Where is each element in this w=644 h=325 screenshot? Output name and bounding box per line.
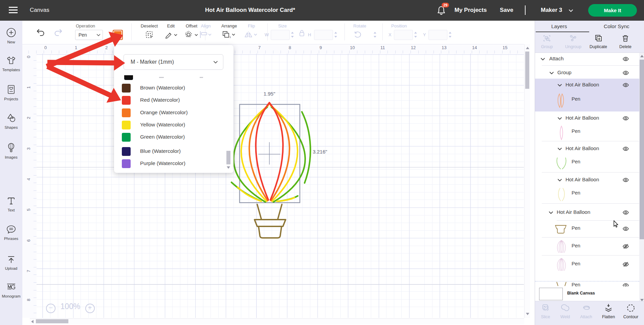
scroll-up-arrow[interactable]: [640, 55, 644, 57]
deselect-button[interactable]: Deselect: [139, 23, 159, 40]
zoom-in-button[interactable]: +: [85, 304, 95, 313]
scroll-left-arrow[interactable]: [31, 320, 34, 323]
scroll-up-arrow[interactable]: [526, 47, 529, 49]
machine-selector[interactable]: Maker 3: [541, 7, 562, 14]
color-option-yellow[interactable]: Yellow (Watercolor): [119, 119, 224, 131]
align-button: Align: [196, 23, 215, 40]
eye-icon[interactable]: [622, 82, 629, 88]
layers-scrollbar[interactable]: [639, 53, 644, 301]
selection-box[interactable]: [240, 104, 300, 203]
chevron-down-icon[interactable]: [557, 177, 563, 183]
layers-panel: Layers Color Sync Group Ungroup Duplicat…: [535, 21, 644, 325]
edit-button[interactable]: Edit: [162, 23, 179, 40]
save-link[interactable]: Save: [500, 7, 513, 14]
eye-off-icon[interactable]: [622, 261, 629, 268]
chevron-down-icon[interactable]: [548, 209, 554, 216]
layer-row-pen-7[interactable]: Pen: [535, 256, 639, 273]
undo-button[interactable]: [36, 28, 45, 37]
layer-row-hot-air-balloon-4[interactable]: Hot Air Balloon: [535, 174, 639, 186]
scrollbar-thumb[interactable]: [226, 151, 230, 164]
eye-icon[interactable]: [622, 69, 629, 76]
tab-layers[interactable]: Layers: [551, 23, 567, 29]
sidebar-item-upload[interactable]: Upload: [0, 255, 22, 270]
hamburger-menu-icon[interactable]: [9, 7, 18, 14]
color-option-orange[interactable]: Orange (Watercolor): [119, 107, 224, 119]
layers-bottom-toolbar: Slice Weld Attach Flatten Contour: [535, 301, 644, 325]
pen-color-swatch[interactable]: [113, 30, 123, 40]
canvas-menu-label[interactable]: Canvas: [30, 7, 49, 14]
zoom-out-button[interactable]: −: [46, 304, 55, 313]
machine-chevron-down-icon[interactable]: [568, 7, 574, 14]
scroll-down-arrow[interactable]: [526, 313, 529, 315]
canvas-vertical-scrollbar[interactable]: [524, 44, 530, 318]
pen-tip-select[interactable]: M - Marker (1mm): [124, 54, 223, 70]
layer-row-pen-2[interactable]: Pen: [535, 124, 639, 141]
canvas-guide-line: [37, 284, 524, 285]
eye-icon[interactable]: [622, 145, 629, 152]
eye-icon[interactable]: [622, 225, 629, 232]
position-x-input: [394, 30, 413, 40]
dropdown-scrollbar[interactable]: [226, 72, 231, 169]
color-option-partial[interactable]: [122, 75, 227, 80]
color-option-green[interactable]: Green (Watercolor): [119, 131, 224, 143]
sidebar-item-projects[interactable]: Projects: [0, 84, 22, 101]
sidebar-item-templates[interactable]: Templates: [0, 55, 22, 72]
tab-color-sync[interactable]: Color Sync: [604, 23, 629, 29]
scrollbar-thumb[interactable]: [36, 319, 68, 323]
duplicate-button[interactable]: Duplicate: [586, 34, 610, 49]
layer-row-pen-8-partial[interactable]: Pen: [535, 273, 639, 286]
sidebar-item-monogram[interactable]: Monogram: [0, 282, 22, 298]
scroll-down-arrow[interactable]: [640, 299, 644, 301]
eye-icon[interactable]: [622, 56, 629, 62]
chevron-down-icon[interactable]: [540, 56, 546, 62]
layer-row-attach[interactable]: Attach: [535, 53, 639, 65]
operation-select[interactable]: Pen: [75, 30, 103, 40]
color-option-red[interactable]: Red (Watercolor): [119, 95, 224, 106]
chevron-down-icon[interactable]: [549, 70, 555, 76]
contour-button[interactable]: Contour: [621, 303, 641, 319]
layer-row-hot-air-balloon-1[interactable]: Hot Air Balloon: [535, 79, 639, 92]
color-option-blue[interactable]: Blue (Watercolor): [119, 146, 224, 157]
canvas-horizontal-scrollbar[interactable]: [30, 318, 524, 324]
flatten-button[interactable]: Flatten: [599, 303, 618, 319]
position-x-stepper: [414, 31, 418, 39]
delete-button[interactable]: Delete: [614, 34, 637, 49]
sidebar-item-shapes[interactable]: Shapes: [0, 113, 22, 129]
color-option-purple[interactable]: Purple (Watercolor): [119, 158, 224, 169]
make-it-button[interactable]: Make It: [588, 4, 637, 17]
scrollbar-thumb[interactable]: [525, 52, 529, 89]
redo-button[interactable]: [53, 28, 63, 37]
chevron-down-icon[interactable]: [557, 115, 563, 121]
layer-row-hot-air-balloon-2[interactable]: Hot Air Balloon: [535, 112, 639, 124]
chevron-down-icon[interactable]: [557, 82, 563, 88]
layer-row-hot-air-balloon-3[interactable]: Hot Air Balloon: [535, 143, 639, 155]
sidebar-item-text[interactable]: Text: [0, 196, 22, 212]
my-projects-link[interactable]: My Projects: [454, 7, 487, 14]
layer-row-pen-6[interactable]: Pen: [535, 238, 639, 255]
arrange-button[interactable]: Arrange 1: [219, 23, 240, 40]
eye-icon[interactable]: [622, 115, 629, 122]
scrollbar-thumb[interactable]: [640, 60, 644, 239]
layer-row-group[interactable]: Group: [535, 67, 639, 79]
chevron-down-icon[interactable]: [557, 146, 563, 152]
scroll-down-arrow[interactable]: [227, 166, 230, 169]
layer-row-pen-4[interactable]: Pen: [535, 186, 639, 202]
eye-off-icon[interactable]: [622, 243, 629, 250]
blank-canvas-row[interactable]: Blank Canvas: [535, 286, 639, 301]
eye-icon[interactable]: [622, 177, 629, 183]
hot-air-balloon-artwork[interactable]: [223, 78, 335, 247]
layer-row-pen-5[interactable]: Pen: [535, 221, 639, 237]
tip-chevron-down-icon: [213, 59, 219, 65]
layer-row-pen-3[interactable]: Pen: [535, 155, 639, 171]
sidebar-item-phrases[interactable]: Phrases: [0, 225, 22, 241]
layer-row-hot-air-balloon-5[interactable]: Hot Air Balloon: [535, 206, 639, 219]
selected-layer-block: Hot Air Balloon Pen: [535, 79, 639, 111]
sidebar-item-images[interactable]: Images: [0, 143, 22, 159]
layer-thumbnail: [554, 239, 569, 254]
color-option-brown[interactable]: Brown (Watercolor): [119, 82, 224, 94]
sidebar-item-new[interactable]: New: [0, 27, 22, 44]
eye-icon[interactable]: [622, 209, 629, 216]
layer-row-pen-1[interactable]: Pen: [535, 92, 639, 110]
eye-icon[interactable]: [622, 282, 629, 286]
blank-canvas-swatch[interactable]: [539, 288, 563, 300]
